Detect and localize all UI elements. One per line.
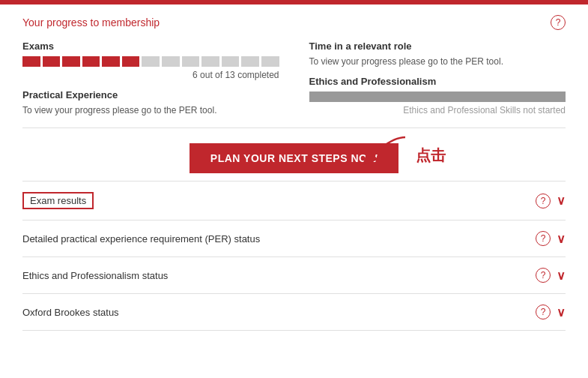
help-icon[interactable]: ?	[551, 15, 566, 30]
accordion-item-left-3: Oxford Brookes status	[22, 307, 536, 318]
bar-segment-10	[222, 56, 240, 67]
chevron-icon-3: ∨	[557, 305, 566, 320]
progress-grid: Exams 6 out of 13 completed Practical Ex…	[22, 40, 566, 116]
accordion-item-left-1: Detailed practical experience requiremen…	[22, 233, 536, 244]
bar-segment-4	[102, 56, 120, 67]
accordion-item-right-1: ?∨	[536, 231, 566, 246]
accordion-item-right-2: ?∨	[536, 268, 566, 283]
progress-section: Your progress to membership ? Exams 6 ou…	[22, 4, 566, 128]
bar-segment-11	[241, 56, 259, 67]
bar-segment-5	[122, 56, 140, 67]
ethics-label: Ethics and Professionalism	[309, 76, 566, 87]
bar-segment-9	[201, 56, 219, 67]
bar-segment-8	[182, 56, 200, 67]
right-block: Time in a relevant role To view your pro…	[309, 40, 566, 116]
accordion-help-icon-0[interactable]: ?	[536, 194, 551, 208]
ethics-not-started: Ethics and Professional Skills not start…	[309, 105, 566, 116]
progress-title: Your progress to membership	[22, 16, 160, 28]
accordion-item-left-0: Exam results	[22, 192, 536, 209]
accordion-label-1: Detailed practical experience requiremen…	[22, 233, 260, 244]
accordion-item-left-2: Ethics and Professionalism status	[22, 270, 536, 281]
exams-label: Exams	[22, 40, 279, 52]
main-container: Your progress to membership ? Exams 6 ou…	[0, 4, 588, 331]
bar-segment-12	[261, 56, 279, 67]
bar-segment-7	[162, 56, 180, 67]
ethics-bar	[309, 92, 566, 102]
time-in-role-label: Time in a relevant role	[309, 40, 566, 52]
accordion-label-2: Ethics and Professionalism status	[22, 270, 168, 281]
accordion-item-2[interactable]: Ethics and Professionalism status?∨	[22, 257, 566, 294]
bar-segment-0	[22, 56, 40, 67]
accordion-help-icon-2[interactable]: ?	[536, 268, 551, 283]
accordion-item-right-3: ?∨	[536, 304, 566, 320]
bar-segment-3	[82, 56, 100, 67]
accordion-item-1[interactable]: Detailed practical experience requiremen…	[22, 220, 566, 257]
arrow-svg	[353, 130, 413, 167]
bar-segment-6	[142, 56, 160, 67]
exams-block: Exams 6 out of 13 completed Practical Ex…	[22, 40, 279, 116]
accordion-help-icon-1[interactable]: ?	[536, 231, 551, 246]
bar-segment-2	[62, 56, 80, 67]
chevron-icon-0: ∨	[557, 194, 566, 208]
exams-bar-wrapper	[22, 56, 279, 67]
annotation-text: 点击	[416, 146, 446, 166]
practical-experience-label: Practical Experience	[22, 89, 279, 100]
annotation-area: 点击	[353, 130, 446, 167]
accordion-section: Exam results?∨Detailed practical experie…	[22, 181, 566, 331]
bar-segment-1	[43, 56, 61, 67]
chevron-icon-2: ∨	[557, 268, 566, 283]
progress-header: Your progress to membership ?	[22, 15, 566, 30]
time-in-role-subtext: To view your progress please go to the P…	[309, 56, 566, 67]
accordion-label-0: Exam results	[22, 192, 94, 209]
accordion-item-right-0: ?∨	[536, 194, 566, 208]
practical-experience-subtext: To view your progress please go to the P…	[22, 105, 279, 116]
accordion-item-0[interactable]: Exam results?∨	[22, 182, 566, 220]
exams-bar-container	[22, 56, 279, 67]
cta-center: PLAN YOUR NEXT STEPS NOW	[22, 143, 566, 173]
accordion-item-3[interactable]: Oxford Brookes status?∨	[22, 294, 566, 331]
accordion-label-3: Oxford Brookes status	[22, 307, 119, 318]
chevron-icon-1: ∨	[557, 232, 566, 246]
exams-count: 6 out of 13 completed	[22, 70, 279, 80]
accordion-help-icon-3[interactable]: ?	[536, 304, 551, 320]
cta-section: PLAN YOUR NEXT STEPS NOW 点击	[22, 128, 566, 181]
